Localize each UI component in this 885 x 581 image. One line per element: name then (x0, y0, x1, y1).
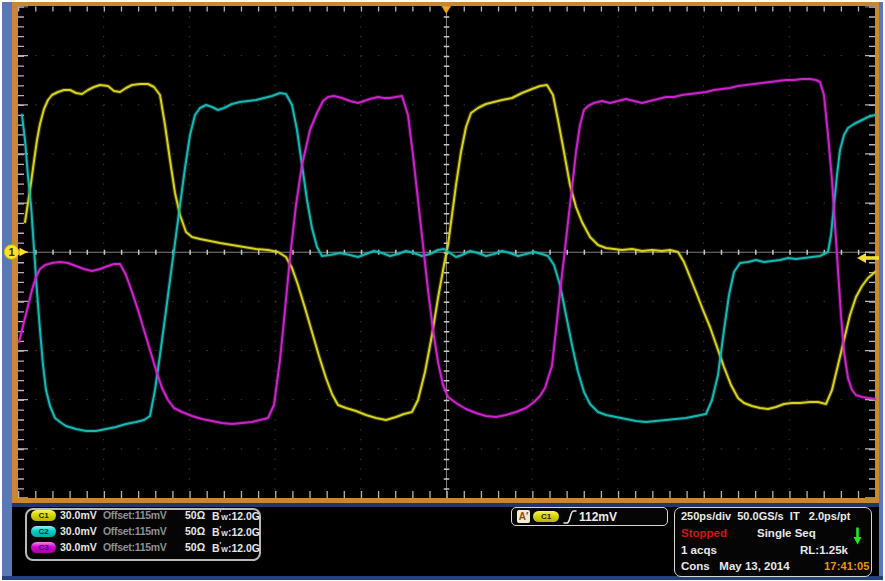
svg-text:1: 1 (8, 246, 14, 258)
